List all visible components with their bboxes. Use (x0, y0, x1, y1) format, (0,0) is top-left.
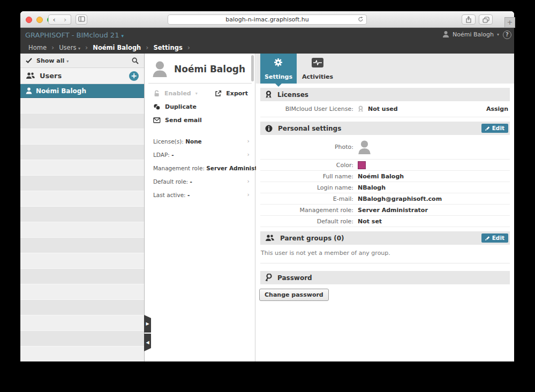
licenses-section: Licenses BIMcloud User License: Not used… (256, 88, 514, 117)
assign-link[interactable]: Assign (486, 105, 510, 112)
share-icon (465, 16, 472, 23)
license-row-label: BIMcloud User License: (260, 105, 353, 112)
close-window-button[interactable] (26, 17, 32, 23)
duplicate-row: Duplicate (145, 97, 255, 110)
management-role-label: Management role: (260, 207, 353, 214)
back-button[interactable]: ‹ (48, 14, 60, 25)
duplicate-button[interactable]: Duplicate (153, 103, 197, 110)
property-management-role[interactable]: Management role: Server Administrator› (145, 161, 255, 175)
search-icon[interactable] (132, 57, 139, 64)
sidebar-item-noemi-balogh[interactable]: Noémi Balogh (20, 84, 144, 98)
key-icon (265, 274, 272, 282)
property-default-role[interactable]: Default role: -› (145, 175, 255, 188)
license-icon (358, 105, 364, 112)
tab-overview-button[interactable] (479, 14, 493, 25)
list-item (20, 129, 144, 145)
chevron-down-icon: ▾ (78, 46, 80, 51)
send-email-button[interactable]: Send email (153, 117, 202, 124)
edit-personal-settings-button[interactable]: Edit (481, 124, 508, 133)
list-item (20, 346, 144, 361)
filter-dropdown[interactable]: Show all ▾ (36, 57, 69, 64)
email-row: E-mail:NBalogh@graphisoft.com (260, 193, 510, 205)
new-tab-button[interactable]: + (504, 17, 515, 28)
section-title: Licenses (277, 91, 308, 99)
sidebar-toggle-button[interactable] (76, 14, 87, 25)
tab-label: Activities (302, 73, 333, 80)
management-role-row: Management role:Server Administrator (260, 205, 510, 216)
address-bar[interactable]: balogh-n-imac.graphisoft.hu (168, 14, 367, 25)
list-item (20, 145, 144, 160)
parent-groups-header: Parent groups (0) Edit (260, 231, 510, 245)
breadcrumb-separator: › (187, 43, 190, 51)
edit-parent-groups-button[interactable]: Edit (481, 233, 508, 243)
list-item (20, 315, 144, 331)
settings-panel: Settings Activities Licenses BIMcloud Us… (256, 54, 514, 361)
login-name-label: Login name: (260, 184, 353, 191)
full-name-value: Noémi Balogh (358, 173, 404, 180)
full-name-label: Full name: (260, 173, 353, 180)
gear-icon (274, 58, 283, 67)
property-ldap[interactable]: LDAP: -› (145, 148, 255, 161)
list-item (20, 300, 144, 315)
add-user-button[interactable]: + (129, 71, 139, 81)
tab-activities[interactable]: Activities (297, 54, 338, 84)
chevron-down-icon: ▾ (497, 32, 499, 37)
change-password-button[interactable]: Change password (259, 289, 329, 301)
browser-toolbar: ‹ › balogh-n-imac.graphisoft.hu + (20, 11, 514, 28)
property-licenses[interactable]: License(s): None› (145, 134, 255, 148)
export-button[interactable]: Export (215, 90, 248, 97)
page-title: Noémi Balogh (174, 64, 245, 74)
users-icon (265, 235, 275, 242)
brand-menu[interactable]: GRAPHISOFT - BIMcloud 21 ▾ (25, 31, 124, 39)
list-item (20, 114, 144, 129)
share-button[interactable] (462, 14, 476, 25)
list-item (20, 160, 144, 176)
users-section-header: Users + (20, 68, 144, 84)
pencil-icon (485, 236, 490, 240)
pencil-icon (485, 126, 490, 131)
duplicate-icon (153, 103, 161, 110)
user-color-swatch[interactable] (358, 161, 366, 169)
breadcrumb-separator: › (51, 43, 54, 51)
minimize-window-button[interactable] (36, 17, 43, 23)
reload-icon[interactable] (358, 16, 364, 25)
forward-button[interactable]: › (59, 14, 71, 25)
parent-groups-empty-text: This user is not yet a member of any gro… (260, 245, 510, 263)
sidebar-icon (78, 16, 85, 22)
header-user-name: Noémi Balogh (453, 31, 494, 38)
tab-label: Settings (265, 73, 292, 80)
chevron-right-icon: › (247, 138, 250, 145)
color-label: Color: (260, 162, 353, 169)
enabled-dropdown[interactable]: Enabled ▾ (153, 90, 198, 97)
personal-settings-section: Personal settings Edit Photo: Color: Ful… (256, 122, 514, 227)
breadcrumb-home[interactable]: Home (28, 44, 47, 51)
user-icon (26, 87, 32, 94)
user-list-empty-rows (20, 98, 144, 361)
help-button[interactable]: ? (503, 31, 511, 39)
breadcrumb-separator: › (146, 43, 148, 51)
list-item (20, 269, 144, 284)
export-label: Export (226, 90, 248, 97)
personal-settings-header: Personal settings Edit (260, 122, 510, 135)
status-label: Enabled (164, 90, 191, 97)
color-row: Color: (260, 160, 510, 171)
section-title: Password (277, 274, 312, 282)
chevron-down-icon: ▾ (122, 33, 124, 39)
app-header: GRAPHISOFT - BIMcloud 21 ▾ Noémi Balogh … (20, 28, 514, 54)
breadcrumb-users[interactable]: Users ▾ (59, 44, 80, 51)
scrollbar-thumb[interactable] (251, 55, 254, 81)
management-role-value: Server Administrator (358, 207, 428, 214)
envelope-icon (153, 117, 161, 123)
breadcrumb-settings[interactable]: Settings (154, 44, 183, 51)
user-menu[interactable]: Noémi Balogh ▾ (442, 31, 499, 38)
tab-overview-icon (483, 17, 489, 23)
breadcrumb-user[interactable]: Noémi Balogh (93, 44, 141, 51)
send-email-row: Send email (145, 110, 255, 124)
property-last-active[interactable]: Last active: -› (145, 188, 255, 201)
info-icon (265, 125, 273, 132)
list-item (20, 191, 144, 207)
chevron-down-icon: ▾ (195, 91, 198, 96)
sidebar-item-label: Noémi Balogh (36, 87, 86, 95)
section-title: Personal settings (278, 125, 341, 132)
tab-settings[interactable]: Settings (260, 54, 297, 84)
